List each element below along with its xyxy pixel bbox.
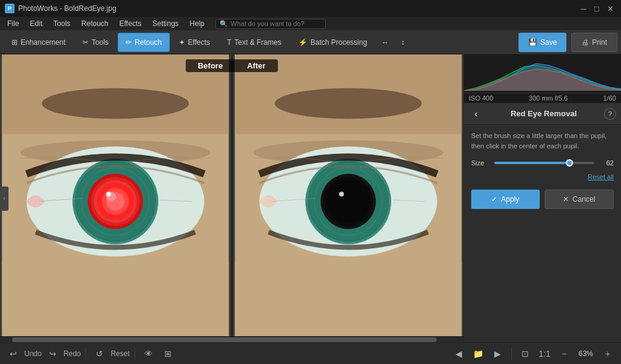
scroll-thumb[interactable] [12,337,437,342]
panel-header: ‹ Red Eye Removal ? [464,103,621,125]
tab-enhancement[interactable]: ⊞ Enhancement [4,33,73,52]
cancel-button[interactable]: ✕ Cancel [545,190,614,209]
app-icon: P [5,4,15,13]
menu-settings[interactable]: Settings [147,18,183,29]
size-slider-thumb[interactable] [566,159,573,167]
apply-button[interactable]: ✓ Apply [471,190,540,209]
zoom-in-btn[interactable]: + [599,345,616,362]
search-icon: 🔍 [220,20,228,28]
svg-point-33 [339,191,344,196]
size-slider-fill [494,162,569,164]
main-area: ‹ Before After [0,55,621,342]
svg-rect-3 [2,263,229,336]
undo-label: Undo [24,349,42,358]
histogram: ISO 400 300 mm f/5.6 1/60 [464,55,621,103]
after-eye-image [233,55,464,336]
fit-btn[interactable]: 1:1 [536,345,553,362]
separator-2 [135,348,135,360]
redo-button[interactable]: ↪ [44,345,61,362]
eye-view-btn[interactable]: 👁 [140,345,157,362]
reset-label: Reset [110,349,129,358]
size-slider-row: Size 62 [471,159,614,167]
close-button[interactable]: ✕ [604,2,616,15]
size-slider-track[interactable] [494,162,594,164]
svg-point-17 [106,191,111,196]
extra-btn-1[interactable]: ↔ [376,33,394,52]
window-controls: ─ □ ✕ [577,2,616,15]
menu-file[interactable]: File [2,18,24,29]
folder-btn[interactable]: 📁 [470,345,487,362]
canvas-area: ‹ Before After [0,55,463,342]
retouch-icon: ✏ [126,38,132,47]
minimize-button[interactable]: ─ [577,2,589,15]
svg-rect-23 [235,263,462,336]
zoom-out-btn[interactable]: − [556,345,572,362]
before-after-labels: Before After [186,59,278,72]
before-eye-image [0,55,231,336]
back-button[interactable]: ‹ [469,107,483,121]
collapse-arrow[interactable]: ‹ [0,187,8,211]
separator-3 [511,348,512,360]
redo-label: Redo [64,349,81,358]
panel-title: Red Eye Removal [483,109,604,118]
apply-check-icon: ✓ [491,195,497,204]
bottom-bar: ↩ Undo ↪ Redo ↺ Reset 👁 ⊞ ◀ 📁 ▶ ⊡ 1:1 − … [0,342,621,364]
enhancement-icon: ⊞ [12,38,18,47]
before-panel [0,55,231,336]
before-label: Before [186,59,235,72]
prev-btn[interactable]: ◀ [451,345,468,362]
print-button[interactable]: 🖨 Print [571,33,617,52]
rotate-icon: ↔ [381,38,389,47]
text-icon: T [227,38,231,47]
tab-retouch[interactable]: ✏ Retouch [118,33,170,52]
next-btn[interactable]: ▶ [489,345,506,362]
menu-tools[interactable]: Tools [49,18,75,29]
sidebar: ISO 400 300 mm f/5.6 1/60 ‹ Red Eye Remo… [463,55,621,342]
tab-text-frames[interactable]: T Text & Frames [219,33,289,52]
menu-effects[interactable]: Effects [115,18,146,29]
menu-edit[interactable]: Edit [25,18,47,29]
search-box: 🔍 [215,19,326,29]
undo-button[interactable]: ↩ [5,345,22,362]
title-text: PhotoWorks - BoldRedEye.jpg [18,4,116,13]
reset-link-container: Reset all [471,173,614,181]
zoom-level: 63% [575,349,597,358]
separator-1 [86,348,86,360]
save-button[interactable]: 💾 Save [519,33,566,52]
help-button[interactable]: ? [604,108,616,120]
search-input[interactable] [230,20,321,27]
image-container[interactable] [0,55,463,336]
title-bar: P PhotoWorks - BoldRedEye.jpg ─ □ ✕ [0,0,621,17]
svg-point-22 [274,88,421,119]
action-row: ✓ Apply ✕ Cancel [471,190,614,209]
svg-point-32 [326,180,369,223]
menu-help[interactable]: Help [185,18,210,29]
tab-batch[interactable]: ⚡ Batch Processing [290,33,375,52]
print-icon: 🖨 [582,38,589,47]
size-value: 62 [599,159,614,167]
compare-btn[interactable]: ⊞ [159,345,176,362]
histogram-info: ISO 400 300 mm f/5.6 1/60 [464,93,621,103]
tab-effects[interactable]: ✦ Effects [171,33,218,52]
after-panel [233,55,464,336]
extra-btn-2[interactable]: ↕ [395,33,410,52]
frame-btn[interactable]: ⊡ [517,345,534,362]
iso-label: ISO 400 [469,94,493,102]
reset-btn[interactable]: ↺ [91,345,108,362]
size-label: Size [471,159,489,167]
toolbar: ⊞ Enhancement ✂ Tools ✏ Retouch ✦ Effect… [0,30,621,55]
focal-label: 300 mm f/5.6 [529,94,568,102]
menu-retouch[interactable]: Retouch [76,18,113,29]
title-left: P PhotoWorks - BoldRedEye.jpg [5,4,116,13]
batch-icon: ⚡ [298,38,307,47]
effects-icon: ✦ [179,38,185,47]
cancel-x-icon: ✕ [563,195,569,204]
menu-bar: File Edit Tools Retouch Effects Settings… [0,17,621,30]
maximize-button[interactable]: □ [591,2,603,15]
panel-description: Set the brush size a little larger than … [471,131,614,151]
reset-all-link[interactable]: Reset all [588,173,614,180]
histogram-chart [464,55,621,91]
svg-point-2 [42,88,189,119]
tab-tools[interactable]: ✂ Tools [75,33,116,52]
canvas-scrollbar[interactable] [0,336,463,342]
